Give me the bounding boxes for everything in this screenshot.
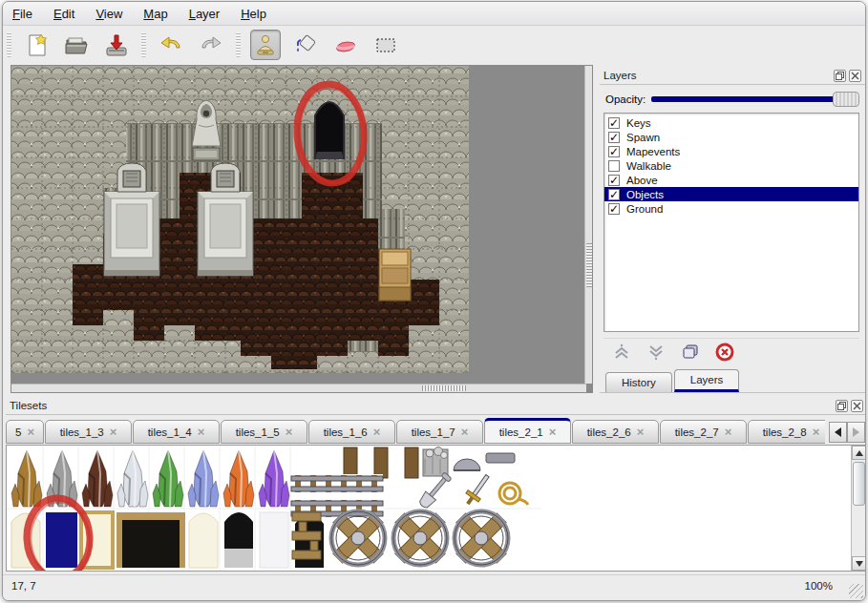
close-panel-button[interactable] [851, 400, 863, 412]
opacity-row: Opacity: [600, 90, 865, 109]
layer-list[interactable]: ✓Keys ✓Spawn ✓Mapevents Walkable ✓Above … [603, 113, 859, 332]
undo-button[interactable] [156, 30, 186, 60]
menu-bar: File Edit View Map Layer Help [3, 2, 865, 26]
undo-arrow-icon [158, 31, 184, 58]
layer-checkbox[interactable]: ✓ [608, 189, 620, 200]
close-panel-button[interactable] [849, 70, 861, 82]
float-panel-button[interactable] [834, 70, 846, 82]
opacity-slider-track[interactable] [651, 96, 854, 102]
close-tab-icon[interactable]: × [110, 427, 117, 437]
tileset-tab-selected[interactable]: tiles_2_1× [484, 418, 571, 444]
opacity-slider[interactable] [651, 92, 859, 107]
tileset-canvas-area[interactable] [6, 445, 866, 572]
tile-dark-doorway[interactable] [116, 512, 185, 568]
layer-row-ground[interactable]: ✓Ground [604, 201, 858, 216]
close-tab-icon[interactable]: × [286, 427, 293, 437]
tileset-tab[interactable]: tiles_1_6× [308, 420, 395, 444]
close-tab-icon[interactable]: × [373, 427, 381, 437]
duplicate-layer-button[interactable] [680, 342, 701, 363]
close-tab-icon[interactable]: × [637, 427, 645, 437]
tile-white[interactable] [260, 512, 288, 568]
tileset-tab[interactable]: tiles_1_7× [396, 420, 483, 444]
close-tab-icon[interactable]: × [198, 427, 205, 437]
close-icon [851, 72, 859, 80]
tileset-canvas[interactable] [7, 446, 851, 571]
layer-row-objects[interactable]: ✓Objects [604, 187, 858, 201]
opacity-label: Opacity: [605, 94, 646, 105]
menu-file[interactable]: File [12, 7, 32, 21]
tile-black-arch[interactable] [224, 512, 253, 568]
scrollbar-thumb[interactable] [422, 385, 466, 391]
layer-checkbox[interactable]: ✓ [608, 175, 620, 186]
layer-checkbox[interactable] [608, 160, 620, 172]
scroll-down-button[interactable] [852, 556, 866, 571]
layer-checkbox[interactable]: ✓ [608, 146, 620, 157]
menu-edit[interactable]: Edit [53, 7, 74, 21]
menu-help[interactable]: Help [241, 7, 266, 21]
tileset-vertical-scrollbar[interactable] [851, 446, 866, 571]
map-view[interactable] [11, 65, 593, 393]
close-tab-icon[interactable]: × [27, 427, 34, 437]
layer-row-mapevents[interactable]: ✓Mapevents [604, 144, 858, 158]
layer-row-keys[interactable]: ✓Keys [604, 115, 858, 130]
tileset-tab[interactable]: tiles_1_4× [133, 420, 220, 444]
triangle-down-icon [856, 561, 863, 567]
tileset-tab[interactable]: tiles_2_8× [748, 420, 825, 444]
close-tab-icon[interactable]: × [725, 427, 732, 437]
layer-row-above[interactable]: ✓Above [604, 173, 858, 187]
map-canvas[interactable] [11, 66, 586, 385]
menu-layer[interactable]: Layer [189, 7, 221, 21]
move-layer-up-button[interactable] [611, 342, 632, 363]
layer-name: Above [626, 175, 658, 186]
tile-arch-pale[interactable] [189, 513, 218, 568]
menu-map[interactable]: Map [143, 7, 167, 21]
layer-name: Mapevents [626, 146, 680, 157]
layer-row-spawn[interactable]: ✓Spawn [604, 130, 858, 144]
map-horizontal-scrollbar[interactable] [11, 384, 586, 392]
stamp-tool-button[interactable] [250, 30, 281, 60]
move-layer-down-button[interactable] [646, 342, 667, 363]
panel-tabs: History Layers [600, 370, 865, 393]
resize-grip[interactable] [849, 584, 863, 598]
tab-label: tiles_1_7 [412, 426, 455, 438]
tileset-tab[interactable]: tiles_2_7× [660, 420, 747, 444]
scroll-tabs-left-button[interactable] [829, 422, 847, 443]
eraser-tool-button[interactable] [330, 30, 361, 60]
tileset-tab[interactable]: tiles_2_6× [572, 420, 659, 444]
scrollbar-thumb[interactable] [853, 462, 865, 506]
map-vertical-scrollbar[interactable] [584, 66, 592, 384]
tile-navy-door[interactable] [46, 512, 77, 568]
delete-layer-button[interactable] [714, 342, 735, 363]
chevron-right-icon [853, 427, 859, 437]
menu-view[interactable]: View [95, 7, 122, 21]
layer-checkbox[interactable]: ✓ [608, 203, 620, 215]
tileset-tab[interactable]: tiles_1_5× [221, 420, 307, 444]
layer-checkbox[interactable]: ✓ [608, 132, 620, 143]
layers-panel-titlebar: Layers [600, 67, 865, 85]
new-map-button[interactable] [21, 30, 52, 60]
save-button[interactable] [101, 30, 132, 60]
scroll-tabs-right-button[interactable] [847, 422, 865, 443]
close-tab-icon[interactable]: × [813, 427, 820, 437]
fill-tool-button[interactable] [290, 30, 321, 60]
tab-history[interactable]: History [605, 372, 672, 392]
toolbar-separator [141, 32, 146, 57]
tileset-tab[interactable]: 5× [6, 420, 44, 444]
redo-button[interactable] [196, 30, 226, 60]
open-button[interactable] [61, 30, 92, 60]
layers-panel: Layers Opacity: ✓Keys ✓Spawn ✓Mapevents … [600, 67, 865, 396]
float-panel-button[interactable] [836, 400, 848, 412]
layer-checkbox[interactable]: ✓ [608, 117, 620, 129]
close-tab-icon[interactable]: × [549, 427, 557, 437]
tileset-tab[interactable]: tiles_1_3× [45, 420, 132, 444]
scroll-up-button[interactable] [852, 446, 866, 460]
tab-layers[interactable]: Layers [674, 369, 740, 392]
close-icon [853, 402, 861, 410]
scrollbar-thumb[interactable] [586, 243, 592, 287]
toolbar-handle[interactable] [7, 32, 11, 57]
layer-row-walkable[interactable]: Walkable [604, 158, 858, 173]
close-tab-icon[interactable]: × [461, 427, 469, 437]
select-tool-button[interactable] [370, 30, 401, 60]
chevron-up-icon [612, 343, 631, 362]
opacity-slider-handle[interactable] [833, 92, 859, 107]
